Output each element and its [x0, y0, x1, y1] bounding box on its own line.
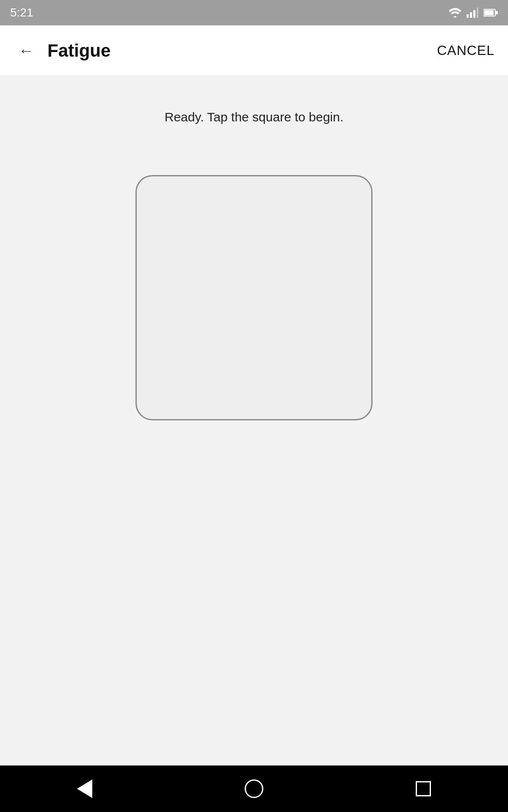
main-content: Ready. Tap the square to begin.: [0, 76, 508, 765]
status-bar: 5:21: [0, 0, 508, 25]
status-icons: [449, 8, 498, 18]
cancel-button[interactable]: CANCEL: [437, 43, 494, 58]
back-arrow-icon: ←: [19, 42, 34, 60]
svg-rect-3: [477, 8, 478, 18]
nav-back-button[interactable]: [68, 772, 102, 806]
nav-home-button[interactable]: [237, 772, 271, 806]
svg-rect-0: [467, 14, 469, 18]
app-bar-left: ← Fatigue: [14, 38, 110, 63]
signal-icon: [467, 8, 478, 18]
nav-back-icon: [77, 779, 92, 798]
tap-square[interactable]: [135, 175, 373, 420]
svg-rect-1: [470, 12, 472, 18]
nav-home-icon: [245, 779, 263, 798]
page-title: Fatigue: [47, 41, 110, 61]
app-bar: ← Fatigue CANCEL: [0, 25, 508, 76]
svg-rect-5: [484, 10, 494, 15]
status-time: 5:21: [10, 6, 33, 19]
nav-recents-button[interactable]: [406, 772, 440, 806]
nav-recents-icon: [416, 781, 431, 796]
svg-rect-6: [496, 11, 498, 14]
wifi-icon: [449, 8, 461, 18]
svg-rect-2: [473, 10, 475, 18]
battery-icon: [483, 8, 498, 17]
instruction-text: Ready. Tap the square to begin.: [165, 110, 344, 124]
nav-bar: [0, 765, 508, 812]
back-button[interactable]: ←: [14, 38, 39, 63]
